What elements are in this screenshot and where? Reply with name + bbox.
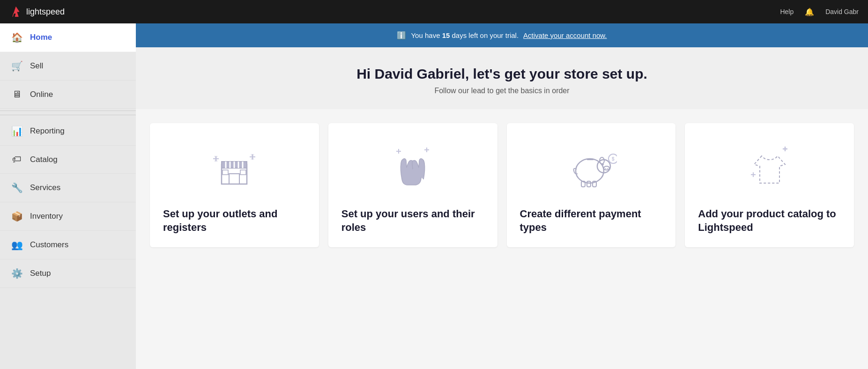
reporting-icon: 📊	[11, 125, 22, 137]
trial-message: You have 15 days left on your trial.	[411, 31, 519, 39]
sidebar-label-home: Home	[30, 33, 52, 42]
setup-icon: ⚙️	[11, 268, 22, 279]
notification-bell-icon[interactable]: 🔔	[805, 7, 814, 16]
svg-point-25	[605, 168, 606, 169]
sidebar-label-customers: Customers	[30, 240, 68, 250]
home-icon: 🏠	[11, 32, 22, 43]
online-icon: 🖥	[11, 89, 22, 100]
help-link[interactable]: Help	[780, 8, 794, 15]
card-outlets-title: Set up your outlets and registers	[163, 207, 306, 234]
sidebar-label-catalog: Catalog	[30, 155, 58, 164]
topbar: lightspeed Help 🔔 David Gabr	[0, 0, 868, 23]
activate-link[interactable]: Activate your account now.	[523, 31, 607, 39]
logo-text: lightspeed	[26, 7, 65, 17]
user-menu[interactable]: David Gabr	[825, 8, 859, 15]
sell-icon: 🛒	[11, 60, 22, 72]
svg-rect-7	[229, 174, 239, 184]
svg-text:$: $	[612, 156, 615, 162]
cards-section: Set up your outlets and registers	[136, 109, 868, 257]
card-payments-title: Create different payment types	[520, 207, 663, 234]
sidebar-label-sell: Sell	[30, 61, 43, 71]
trial-days: 15	[442, 31, 450, 39]
card-payments[interactable]: $ Create different payment types	[507, 123, 676, 247]
sidebar-item-online[interactable]: 🖥Online	[0, 81, 136, 109]
sidebar-label-setup: Setup	[30, 269, 51, 278]
shirt-icon	[744, 142, 795, 193]
sidebar-item-inventory[interactable]: 📦Inventory	[0, 202, 136, 231]
customers-icon: 👥	[11, 239, 22, 251]
lightspeed-logo-icon	[9, 5, 22, 18]
card-outlets[interactable]: Set up your outlets and registers	[150, 123, 319, 247]
sidebar-label-reporting: Reporting	[30, 126, 65, 136]
welcome-section: Hi David Gabriel, let's get your store s…	[136, 47, 868, 109]
sidebar-label-online: Online	[30, 90, 53, 99]
main-layout: 🏠Home🛒Sell🖥Online📊Reporting🏷Catalog🔧Serv…	[0, 23, 868, 369]
services-icon: 🔧	[11, 182, 22, 193]
sidebar-divider	[0, 115, 136, 115]
sidebar-item-sell[interactable]: 🛒Sell	[0, 52, 136, 81]
piggy-bank-icon: $	[565, 142, 617, 193]
svg-rect-9	[240, 170, 246, 175]
card-payments-illustration: $	[520, 137, 663, 198]
welcome-subtitle: Follow our lead to get the basics in ord…	[145, 87, 859, 95]
sidebar-item-home[interactable]: 🏠Home	[0, 23, 136, 52]
card-outlets-illustration	[163, 137, 306, 198]
svg-rect-31	[587, 181, 591, 187]
card-users-title: Set up your users and their roles	[341, 207, 484, 234]
topbar-right: Help 🔔 David Gabr	[780, 7, 859, 16]
page-content: Hi David Gabriel, let's get your store s…	[136, 47, 868, 369]
info-icon: ℹ️	[397, 31, 406, 40]
svg-rect-29	[587, 159, 594, 160]
sidebar-item-catalog[interactable]: 🏷Catalog	[0, 146, 136, 174]
logo[interactable]: lightspeed	[9, 5, 65, 18]
sidebar-item-reporting[interactable]: 📊Reporting	[0, 117, 136, 146]
content-area: ℹ️ You have 15 days left on your trial. …	[136, 23, 868, 369]
sidebar-label-services: Services	[30, 183, 60, 192]
store-icon	[208, 142, 260, 193]
sidebar-divider-2	[0, 111, 136, 111]
card-catalog-illustration	[698, 137, 841, 198]
catalog-icon: 🏷	[11, 154, 22, 165]
trial-banner: ℹ️ You have 15 days left on your trial. …	[136, 23, 868, 47]
sidebar: 🏠Home🛒Sell🖥Online📊Reporting🏷Catalog🔧Serv…	[0, 23, 136, 369]
hands-icon	[387, 142, 438, 193]
inventory-icon: 📦	[11, 211, 22, 222]
svg-rect-8	[223, 170, 228, 175]
card-users[interactable]: Set up your users and their roles	[328, 123, 497, 247]
card-catalog-title: Add your product catalog to Lightspeed	[698, 207, 841, 234]
svg-point-24	[604, 166, 609, 170]
svg-point-26	[607, 168, 608, 169]
welcome-title: Hi David Gabriel, let's get your store s…	[145, 66, 859, 82]
sidebar-label-inventory: Inventory	[30, 212, 63, 221]
sidebar-item-customers[interactable]: 👥Customers	[0, 231, 136, 259]
card-users-illustration	[341, 137, 484, 198]
sidebar-item-setup[interactable]: ⚙️Setup	[0, 259, 136, 288]
sidebar-item-services[interactable]: 🔧Services	[0, 174, 136, 202]
card-catalog[interactable]: Add your product catalog to Lightspeed	[685, 123, 854, 247]
